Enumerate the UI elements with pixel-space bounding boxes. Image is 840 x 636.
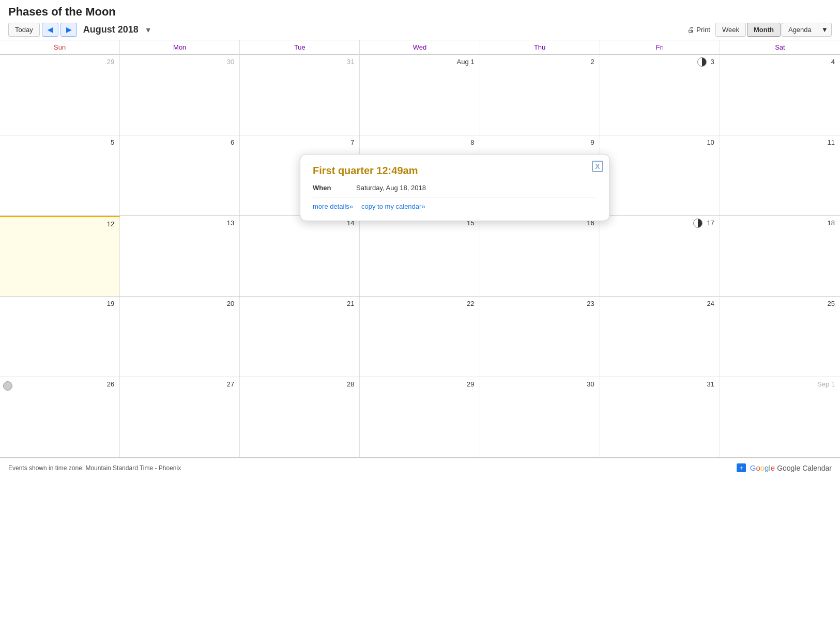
day-cell-aug15[interactable]: 15 (360, 216, 480, 296)
day-header-sun: Sun (0, 40, 120, 55)
popup-title: First quarter 12:49am (313, 165, 597, 177)
day-header-sat: Sat (720, 40, 840, 55)
google-logo: Google (750, 463, 775, 472)
event-popup: X First quarter 12:49am When Saturday, A… (300, 154, 610, 221)
week-row-4: 19 20 21 22 23 24 25 (0, 297, 840, 377)
print-button[interactable]: 🖨 Print (683, 23, 714, 36)
day-cell-sep1[interactable]: Sep 1 (720, 377, 840, 457)
day-header-tue: Tue (240, 40, 360, 55)
day-cell-aug4[interactable]: 4 (720, 55, 840, 135)
day-cell-aug6[interactable]: 6 (120, 135, 240, 215)
day-cell-jul31[interactable]: 31 (240, 55, 360, 135)
day-cell-aug13[interactable]: 13 (120, 216, 240, 296)
popup-more-details-link[interactable]: more details» (313, 203, 353, 210)
day-cell-aug12[interactable]: 12 (0, 216, 120, 296)
day-cell-aug25[interactable]: 25 (720, 297, 840, 377)
day-cell-aug30[interactable]: 30 (480, 377, 600, 457)
agenda-dropdown-button[interactable]: ▼ (818, 23, 832, 37)
page-title: Phases of the Moon (8, 5, 832, 19)
day-cell-jul30[interactable]: 30 (120, 55, 240, 135)
day-cell-aug22[interactable]: 22 (360, 297, 480, 377)
day-cell-aug1[interactable]: Aug 1 (360, 55, 480, 135)
day-cell-aug14[interactable]: 14 (240, 216, 360, 296)
month-label: August 2018 (83, 24, 139, 35)
week-view-button[interactable]: Week (715, 23, 746, 37)
day-cell-jul29[interactable]: 29 (0, 55, 120, 135)
today-button[interactable]: Today (8, 23, 40, 37)
day-cell-aug2[interactable]: 2 (480, 55, 600, 135)
day-cell-aug29[interactable]: 29 (360, 377, 480, 457)
day-cell-aug17[interactable]: 17 (600, 216, 720, 296)
footer-timezone-text: Events shown in time zone: Mountain Stan… (8, 464, 181, 472)
week-row-3: 12 13 14 15 16 17 18 (0, 216, 840, 297)
day-cell-aug10[interactable]: 10 (600, 135, 720, 215)
moon-phase-icon-aug3 (697, 57, 707, 67)
gcal-label: Google Calendar (777, 464, 832, 472)
day-cell-aug18[interactable]: 18 (720, 216, 840, 296)
day-cell-aug20[interactable]: 20 (120, 297, 240, 377)
day-cell-aug23[interactable]: 23 (480, 297, 600, 377)
month-view-button[interactable]: Month (747, 23, 781, 37)
day-cell-aug5[interactable]: 5 (0, 135, 120, 215)
day-cell-aug11[interactable]: 11 (720, 135, 840, 215)
day-cell-aug19[interactable]: 19 (0, 297, 120, 377)
day-cell-aug31[interactable]: 31 (600, 377, 720, 457)
popup-when-value: Saturday, Aug 18, 2018 (356, 184, 426, 192)
popup-when-label: When (313, 184, 344, 192)
day-headers: Sun Mon Tue Wed Thu Fri Sat (0, 40, 840, 55)
day-cell-aug27[interactable]: 27 (120, 377, 240, 457)
day-cell-aug26-row[interactable]: 26 (0, 377, 120, 457)
month-dropdown-arrow[interactable]: ▼ (145, 26, 152, 34)
popup-close-button[interactable]: X (592, 161, 603, 172)
week-row-5: 26 27 28 29 30 31 Sep 1 (0, 377, 840, 458)
next-button[interactable]: ▶ (60, 23, 77, 37)
day-header-thu: Thu (480, 40, 600, 55)
print-icon: 🖨 (688, 26, 694, 34)
day-cell-aug16[interactable]: 16 (480, 216, 600, 296)
day-cell-aug3[interactable]: 3 (600, 55, 720, 135)
print-label: Print (696, 26, 710, 34)
gcal-plus-icon: + (737, 463, 746, 472)
day-cell-aug28[interactable]: 28 (240, 377, 360, 457)
day-header-wed: Wed (360, 40, 480, 55)
day-header-fri: Fri (600, 40, 720, 55)
moon-phase-icon-aug17 (693, 219, 702, 228)
popup-copy-link[interactable]: copy to my calendar» (361, 203, 425, 210)
footer: Events shown in time zone: Mountain Stan… (0, 458, 840, 477)
week-row-1: 29 30 31 Aug 1 2 3 4 (0, 55, 840, 135)
agenda-view-button[interactable]: Agenda (782, 23, 818, 37)
moon-new-icon (3, 381, 12, 391)
day-header-mon: Mon (120, 40, 240, 55)
prev-button[interactable]: ◀ (42, 23, 58, 37)
day-cell-aug21[interactable]: 21 (240, 297, 360, 377)
google-calendar-badge[interactable]: + Google Google Calendar (737, 463, 832, 472)
popup-divider (313, 197, 597, 197)
day-cell-aug24[interactable]: 24 (600, 297, 720, 377)
